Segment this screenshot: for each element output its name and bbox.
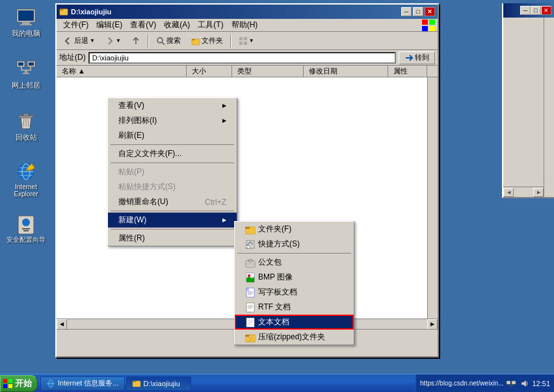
desktop-icon-my-computer[interactable]: 我的电脑: [7, 7, 46, 38]
submenu-bmp[interactable]: BMP 图像: [235, 270, 354, 285]
svg-point-24: [22, 218, 30, 226]
svg-point-33: [157, 38, 163, 43]
submenu-text-doc[interactable]: 文本文档: [235, 315, 354, 330]
view-toggle-button[interactable]: ▼: [234, 34, 259, 48]
col-header-type[interactable]: 类型: [232, 66, 304, 77]
svg-rect-8: [21, 67, 22, 70]
submenu-rtf[interactable]: RTF 文档: [235, 300, 354, 315]
explorer-minimize-btn[interactable]: ─: [401, 7, 412, 16]
col-header-size[interactable]: 大小: [187, 66, 232, 77]
addressbar: 地址(D) 转到: [57, 50, 438, 66]
folder-icon: [245, 224, 256, 235]
windows-logo-icon: [422, 20, 435, 31]
up-icon: [131, 36, 140, 46]
folders-button[interactable]: 文件夹: [187, 34, 228, 48]
desktop-icon-recycle-bin[interactable]: 回收站: [7, 111, 46, 142]
menu-edit[interactable]: 编辑(E): [92, 18, 126, 32]
desktop-icon-setup[interactable]: 安全配置向导: [7, 213, 46, 244]
hscroll-right-btn[interactable]: ▶: [427, 319, 438, 330]
col-header-modified[interactable]: 修改日期: [304, 66, 388, 77]
forward-button[interactable]: ▼: [101, 34, 125, 48]
my-computer-icon: [16, 7, 36, 27]
search-icon: [156, 36, 165, 46]
setup-wizard-icon: [16, 213, 36, 234]
vertical-scrollbar[interactable]: [427, 77, 438, 319]
desktop-icon-network[interactable]: 网上邻居: [7, 59, 46, 90]
submenu-zip-folder[interactable]: 压缩(zipped)文件夹: [235, 330, 354, 345]
svg-rect-36: [192, 39, 195, 40]
svg-rect-11: [25, 70, 27, 73]
submenu-shortcut[interactable]: 快捷方式(S): [235, 237, 354, 252]
tray-clock: 12:51: [532, 380, 550, 387]
my-computer-label: 我的电脑: [12, 29, 40, 38]
menu-view[interactable]: 查看(V): [126, 18, 160, 32]
svg-rect-72: [8, 384, 12, 388]
svg-rect-7: [29, 62, 34, 66]
taskbar-explorer-app[interactable]: D:\xiaojiujiu: [126, 376, 191, 391]
col-header-name[interactable]: 名称 ▲: [57, 66, 187, 77]
ctx-sep-1: [111, 144, 234, 145]
menu-file[interactable]: 文件(F): [59, 18, 92, 32]
tray-network-icon: [506, 378, 516, 389]
start-button[interactable]: 开始: [0, 375, 38, 392]
explorer-maximize-btn[interactable]: □: [413, 7, 423, 16]
network-icon: [16, 59, 36, 79]
address-label: 地址(D): [59, 52, 86, 63]
ie-label: Internet Explorer: [7, 183, 46, 198]
bmp-icon: [245, 272, 256, 283]
ctx-new[interactable]: 新建(W) ▶: [108, 213, 237, 228]
right-window-close-btn[interactable]: ✕: [541, 6, 551, 15]
right-window-maximize-btn[interactable]: □: [531, 6, 541, 15]
desktop-icon-ie[interactable]: Internet Explorer: [7, 161, 46, 198]
forward-icon: [105, 36, 114, 46]
address-input[interactable]: [88, 52, 396, 64]
menu-favorites[interactable]: 收藏(A): [160, 18, 194, 32]
submenu-folder[interactable]: 文件夹(F): [235, 222, 354, 237]
ctx-undo-rename[interactable]: 撤销重命名(U) Ctrl+Z: [108, 194, 237, 209]
svg-line-34: [162, 42, 165, 45]
ctx-refresh[interactable]: 刷新(E): [108, 128, 237, 143]
svg-rect-39: [239, 42, 243, 45]
ctx-view[interactable]: 查看(V) ▶: [108, 98, 237, 113]
svg-rect-30: [429, 20, 435, 25]
submenu-briefcase[interactable]: 公文包: [235, 255, 354, 270]
svg-rect-14: [23, 114, 29, 116]
shortcut-icon: [245, 239, 256, 250]
svg-rect-69: [3, 379, 7, 383]
svg-rect-3: [20, 24, 32, 25]
svg-rect-52: [246, 288, 249, 291]
menu-tools[interactable]: 工具(T): [194, 18, 227, 32]
windows-start-icon: [3, 379, 12, 388]
svg-rect-42: [245, 227, 250, 229]
new-submenu: 文件夹(F) 快捷方式(S) 公文包: [234, 221, 354, 345]
rtf-icon: [245, 302, 256, 313]
up-button[interactable]: [127, 34, 145, 48]
back-button[interactable]: 后退 ▼: [59, 34, 99, 48]
col-header-attr[interactable]: 属性: [388, 66, 427, 77]
svg-rect-37: [239, 37, 243, 40]
ctx-customize[interactable]: 自定义文件夹(F)...: [108, 146, 237, 161]
right-window-minimize-btn[interactable]: ─: [520, 6, 531, 15]
submenu-wordpad[interactable]: 写字板文档: [235, 285, 354, 300]
taskbar-ie-app[interactable]: Internet 信息服务...: [40, 376, 125, 391]
svg-rect-2: [22, 22, 30, 24]
taskbar-tray: https://blog.csdn.net/weixin... 12:51: [415, 374, 554, 392]
ctx-arrange[interactable]: 排列图标(I) ▶: [108, 113, 237, 128]
hscroll-left-btn[interactable]: ◀: [57, 319, 67, 330]
ie-icon: [16, 161, 36, 182]
text-doc-icon: [245, 317, 256, 328]
back-icon: [64, 36, 73, 46]
svg-rect-78: [507, 381, 510, 384]
recycle-bin-icon: [16, 111, 36, 131]
zip-folder-icon: [245, 332, 256, 343]
ctx-properties[interactable]: 属性(R): [108, 231, 237, 246]
go-button[interactable]: 转到: [399, 51, 435, 64]
svg-rect-31: [422, 26, 428, 31]
svg-rect-44: [246, 246, 250, 248]
svg-rect-38: [244, 37, 247, 40]
menu-help[interactable]: 帮助(H): [228, 18, 262, 32]
explorer-titlebar: D:\xiaojiujiu ─ □ ✕: [57, 5, 438, 19]
explorer-close-btn[interactable]: ✕: [425, 7, 435, 16]
ctx-sep-2: [111, 163, 234, 163]
search-button[interactable]: 搜索: [152, 34, 185, 48]
